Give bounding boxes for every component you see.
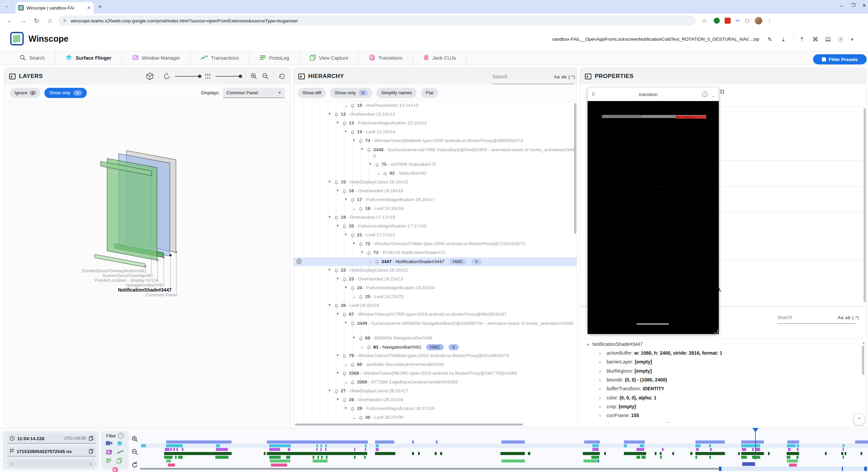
properties-tree-root[interactable]: ▼NotificationShade#3447 — [586, 341, 643, 347]
trace-segment-protolog[interactable] — [175, 456, 177, 459]
trace-segment-transactions[interactable] — [393, 452, 395, 455]
download-icon[interactable]: ⇣ — [781, 36, 786, 43]
trace-segment-view-capture[interactable] — [270, 459, 290, 463]
tab-view-capture[interactable]: View Capture — [300, 51, 359, 65]
trace-segment-transactions[interactable] — [528, 452, 530, 455]
trace-segment-surface-flinger[interactable] — [695, 444, 701, 447]
trace-segment-transactions[interactable] — [500, 452, 525, 455]
simplify-names-chip[interactable]: Simplify names — [376, 88, 417, 98]
property-item[interactable]: bounds: (0, 0) - (1080, 2400) — [599, 377, 667, 382]
trace-segment-protolog[interactable] — [354, 456, 356, 459]
trace-segment-protolog[interactable] — [321, 456, 323, 459]
3d-view-icon[interactable] — [146, 73, 154, 80]
trace-segment-transactions[interactable] — [267, 452, 367, 455]
trace-segment-protolog[interactable] — [215, 456, 229, 459]
trace-segment-window-manager[interactable] — [797, 448, 798, 451]
hierarchy-search-input[interactable]: Search — [492, 74, 507, 79]
tab-jank-cujs[interactable]: Jank CUJs — [413, 51, 467, 65]
trace-segment-transitions[interactable] — [168, 464, 175, 467]
forward-icon[interactable]: → — [16, 17, 30, 24]
upload-icon[interactable]: ⇡ — [800, 36, 804, 43]
menu-dots-icon[interactable]: ⋮ — [767, 18, 772, 24]
bug-report-icon[interactable]: ☉ — [838, 36, 843, 43]
properties-search-options[interactable]: Aa ab (.*) — [838, 315, 859, 320]
show-diff-chip[interactable]: Show diff — [298, 88, 326, 98]
trace-segment-window-manager[interactable] — [788, 448, 791, 451]
tree-node-21[interactable]: ▼21 - Leaf:17:17#21 — [344, 232, 395, 237]
hierarchy-vscrollbar[interactable] — [574, 103, 576, 234]
ignore-chip[interactable]: Ignore — [10, 88, 40, 98]
docs-icon[interactable]: 🕮 — [825, 36, 831, 43]
tree-node-29[interactable]: ▼29 - FullscreenMagnification:26:27#29 — [344, 406, 435, 411]
tree-node-3369[interactable]: 3369 - 67726bf EdgeBackGestureHandler0#3… — [344, 379, 457, 385]
trace-segment-screen-recording[interactable] — [412, 440, 414, 444]
minimize-overlay-icon[interactable]: _ — [712, 91, 715, 97]
trace-segment-protolog[interactable] — [756, 456, 760, 459]
property-item[interactable]: bufferTransform: IDENTITY — [599, 386, 664, 391]
rotation-slider[interactable] — [175, 76, 200, 77]
trace-segment-transactions[interactable] — [690, 452, 692, 455]
trace-segment-transactions[interactable] — [604, 452, 606, 455]
trace-segment-screen-recording[interactable] — [267, 440, 368, 444]
trace-segment-transactions[interactable] — [825, 452, 827, 455]
trace-segment-surface-flinger[interactable] — [325, 444, 327, 447]
tab-close-icon[interactable]: ✕ — [87, 5, 91, 11]
tree-node-18[interactable]: 18 - Leaf:16:16#18 — [352, 206, 403, 211]
back-icon[interactable]: ← — [3, 17, 16, 24]
trace-segment-transactions[interactable] — [435, 452, 437, 455]
trace-segment-window-manager[interactable] — [636, 448, 644, 451]
trace-segment-protolog[interactable] — [741, 456, 747, 459]
shortcuts-icon[interactable]: ⌘ — [812, 36, 818, 43]
trace-segment-window-manager[interactable] — [182, 448, 183, 451]
tab-transactions[interactable]: Transactions — [191, 51, 249, 65]
tab-protolog[interactable]: ProtoLog — [250, 51, 300, 65]
property-item[interactable]: dataspace: BT709 sRGB Full range — [599, 421, 684, 422]
tree-node-68[interactable]: ▼68 - 885b63e NavigationBar0#68 — [352, 335, 432, 340]
trace-segment-surface-flinger[interactable] — [787, 444, 796, 447]
trace-segment-surface-flinger[interactable] — [376, 444, 379, 447]
zoom-out-icon[interactable] — [262, 73, 269, 80]
trace-segment-transactions[interactable] — [861, 452, 862, 455]
collapse-layers-icon[interactable] — [9, 74, 16, 79]
resize-handle[interactable] — [714, 329, 718, 333]
profile-avatar[interactable] — [755, 17, 762, 24]
trace-segment-surface-flinger[interactable] — [216, 444, 220, 447]
trace-segment-surface-flinger[interactable] — [365, 444, 367, 447]
tree-node-13[interactable]: ▼13 - FullscreenMagnification:15:15#13 — [336, 120, 427, 125]
trace-segment-surface-flinger[interactable] — [709, 444, 711, 447]
info-icon[interactable]: i — [702, 92, 708, 97]
timeline-minimap[interactable] — [719, 467, 867, 471]
tree-node-30[interactable]: 30 - Leaf:26:27#30 — [352, 415, 403, 420]
zoom-in-icon[interactable] — [251, 73, 257, 80]
trace-segment-view-capture[interactable] — [501, 459, 525, 463]
trace-segment-protolog[interactable] — [695, 456, 697, 459]
transition-overlay[interactable]: ⠿ transition i _ P: 0 / 1 dX: 0.0 dY: 0.… — [588, 87, 719, 334]
trace-segment-protolog[interactable] — [364, 456, 366, 459]
trace-segment-transitions[interactable] — [271, 464, 287, 467]
tree-node-72[interactable]: ▼72 - WindowToken{a2746de type=2040 andr… — [352, 241, 526, 246]
properties-list-vscrollbar[interactable] — [862, 346, 864, 375]
trace-segment-surface-flinger[interactable] — [320, 444, 322, 447]
property-item[interactable]: activeBuffer: w: 1080, h: 2400, stride: … — [599, 350, 722, 356]
trace-segment-screen-recording[interactable] — [695, 440, 725, 444]
trace-segment-protolog[interactable] — [286, 456, 290, 459]
trace-segment-window-manager[interactable] — [662, 448, 664, 451]
trace-segment-view-capture[interactable] — [313, 459, 328, 463]
trace-segment-transactions[interactable] — [660, 452, 662, 455]
tree-node-82[interactable]: 82 - StatusBar#82 — [377, 171, 427, 176]
tree-node-12[interactable]: ▼12 - OneHanded:15:15#12 — [328, 112, 395, 117]
properties-search-input[interactable]: Search — [777, 315, 792, 320]
trace-segment-transactions[interactable] — [695, 452, 725, 455]
property-item[interactable]: color: (0, 0, 0), alpha: 1 — [599, 395, 656, 400]
tab-surface-flinger[interactable]: Surface Flinger — [55, 51, 122, 65]
spacing-slider[interactable] — [216, 76, 241, 77]
trace-segment-protolog[interactable] — [796, 456, 798, 459]
trace-segment-view-capture[interactable] — [787, 459, 798, 463]
tree-node-3447[interactable]: 3447 - NotificationShade#3447HWCV — [369, 259, 482, 265]
property-item[interactable]: crop: {empty} — [599, 404, 636, 409]
trace-segment-window-manager[interactable] — [288, 448, 290, 451]
trace-segment-window-manager[interactable] — [354, 448, 355, 451]
collapse-hierarchy-icon[interactable] — [298, 74, 305, 79]
timeline-cursor-line[interactable] — [755, 428, 756, 460]
trace-segment-transactions[interactable] — [164, 452, 232, 455]
